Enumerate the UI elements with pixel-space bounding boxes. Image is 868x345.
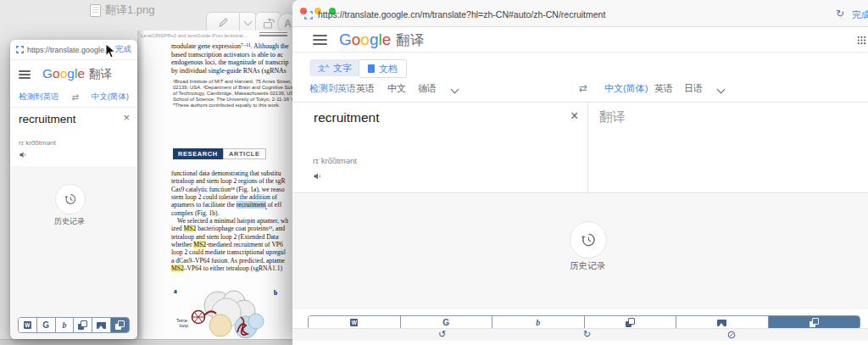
url-bar[interactable]: https://translate.google.cn/m/transl xyxy=(27,46,112,54)
badge-research: RESEARCH xyxy=(173,148,223,159)
badge-article: ARTICLE xyxy=(223,148,266,159)
source-lang-option[interactable]: 德语 xyxy=(418,80,437,97)
translate-selected-button[interactable] xyxy=(110,318,129,332)
expand-icon[interactable] xyxy=(16,46,24,53)
pdf-text-line: based transcription activators is able t… xyxy=(171,51,289,59)
compass-icon[interactable] xyxy=(727,331,736,339)
image-icon xyxy=(97,322,106,329)
swap-languages-icon[interactable]: ⇄ xyxy=(71,92,78,102)
pdf-text-segment: recruitment xyxy=(236,201,266,209)
history-icon xyxy=(580,231,597,248)
source-text[interactable]: recruitment xyxy=(314,110,380,125)
done-button[interactable]: 完成 xyxy=(852,9,868,21)
source-lang-dropdown-icon[interactable] xyxy=(451,86,459,94)
refresh-icon[interactable]: ↻ xyxy=(836,8,844,19)
target-lang-selected[interactable]: 中文(简体) xyxy=(604,80,648,97)
popup-history-area: 历史记录 W G b xyxy=(10,166,137,339)
bing-button[interactable]: b xyxy=(492,316,584,329)
source-text[interactable]: recruitment xyxy=(19,113,76,125)
forward-icon[interactable]: ↻ xyxy=(583,329,591,341)
pdf-text-line: loop 2 could mediate transcriptional upr… xyxy=(171,248,288,256)
speaker-icon[interactable] xyxy=(19,150,28,159)
pdf-text-line: whether MS2-mediated recruitment of VP6 xyxy=(171,241,288,248)
back-icon[interactable]: ↺ xyxy=(438,329,446,341)
menu-icon[interactable] xyxy=(19,70,31,79)
tab-document[interactable]: 文档 xyxy=(359,59,407,78)
pdf-text-segment: –VP64 to either tetraloop (sgRNA1.1) xyxy=(184,264,282,272)
pdf-body-paragraph: functional data demonstrating that subst… xyxy=(171,170,288,272)
translate-page-button[interactable] xyxy=(73,318,92,332)
history-button[interactable] xyxy=(55,184,86,214)
browser-header: Google 翻译 xyxy=(292,27,868,53)
clear-input-icon[interactable]: × xyxy=(570,109,578,124)
translate-selected-button[interactable] xyxy=(768,316,860,329)
pdf-text-line: MS2–VP64 to either tetraloop (sgRNA1.1) xyxy=(171,264,288,272)
pdf-text-line: modulate gene expression⁷⁻¹¹. Although t… xyxy=(171,42,289,51)
chevron-down-icon xyxy=(244,17,253,25)
clear-input-icon[interactable]: × xyxy=(123,111,130,124)
google-button[interactable]: G xyxy=(36,318,55,332)
bing-icon: b xyxy=(536,319,540,327)
pdf-text-line: functional data demonstrating that subst… xyxy=(171,170,288,177)
pdf-text-line: complex (Fig. 1b). xyxy=(171,209,288,217)
logo-letter: o xyxy=(53,66,60,81)
pdf-page: LentiCRISPRv2 and lentiGuide-Puro lentiv… xyxy=(137,31,292,340)
menu-icon[interactable] xyxy=(313,35,327,45)
pdf-text-line: tetraloop and stem loop 2 regions of the… xyxy=(171,177,288,185)
tabs-row: 文A 文字 文档 xyxy=(292,52,868,81)
url-bar[interactable]: https://translate.google.cn/m/translate?… xyxy=(318,9,826,19)
target-lang-option[interactable]: 日语 xyxy=(684,80,703,97)
document-proxy-icon xyxy=(90,4,101,17)
target-lang-dropdown-icon[interactable] xyxy=(717,86,726,94)
pdf-text-line: ized MS2 bacteriophage coat proteins¹³, … xyxy=(171,225,288,232)
tab-label: 文字 xyxy=(333,62,352,75)
bing-button[interactable]: b xyxy=(55,318,74,332)
popup-url-row: https://translate.google.cn/m/transl 完成 xyxy=(10,40,137,60)
google-button[interactable]: G xyxy=(400,316,492,329)
figure-label-a: a xyxy=(174,287,177,295)
selected-word-recruitment: recruitment xyxy=(236,201,266,209)
history-label: 历史记录 xyxy=(545,260,630,272)
mouse-cursor xyxy=(105,43,116,58)
source-lang-option[interactable]: 中文 xyxy=(387,80,406,97)
translate-page-button[interactable] xyxy=(584,316,676,329)
translate-browser-window: https://translate.google.cn/m/translate?… xyxy=(292,0,868,345)
search-hit-ms2: MS2 xyxy=(184,225,197,232)
google-translate-logo[interactable]: Google 翻译 xyxy=(42,66,112,82)
document-icon xyxy=(368,64,375,73)
window-title: 翻译1.png xyxy=(105,3,155,18)
masthead-fragment xyxy=(259,32,287,38)
pdf-footnote: ¹Broad Institute of MIT and Harvard, 75 … xyxy=(173,79,292,109)
browser-chrome: https://translate.google.cn/m/translate?… xyxy=(292,0,868,27)
speaker-icon[interactable] xyxy=(313,171,323,181)
swap-languages-icon[interactable]: ⇄ xyxy=(579,80,587,97)
bing-icon: b xyxy=(63,321,67,330)
apps-grid-icon[interactable] xyxy=(857,36,866,45)
wikipedia-button[interactable]: W xyxy=(19,318,36,332)
source-lang-option[interactable]: 英语 xyxy=(356,80,375,97)
annotate-label: A xyxy=(284,18,292,30)
image-search-button[interactable] xyxy=(92,318,110,332)
target-lang-option[interactable]: 英语 xyxy=(654,80,673,97)
pdf-text-line: a dCas9–VP64 fusion. As predicted, aptam… xyxy=(171,257,288,264)
source-text-area[interactable]: recruitment × rɪˈkro͞otmənt xyxy=(292,102,587,192)
done-button[interactable]: 完成 xyxy=(115,44,131,55)
pdf-text-line: of Technology, Cambridge, Massachusetts … xyxy=(173,91,292,97)
google-icon: G xyxy=(442,319,449,327)
history-button[interactable] xyxy=(570,221,607,259)
preview-title: 翻译1.png xyxy=(90,3,155,18)
google-translate-logo[interactable]: Google 翻译 xyxy=(339,31,424,50)
popup-source-text-area[interactable]: recruitment × rɪˈkro͞otmənt xyxy=(10,108,137,168)
pdf-text-line: aptamers to facilitate the recruitment o… xyxy=(171,201,288,209)
source-lang-detected[interactable]: 检测到英语 xyxy=(19,92,59,103)
source-lang-detected[interactable]: 检测到英语 xyxy=(309,80,356,97)
pdf-text-line: by individual single-guide RNAs (sgRNAs xyxy=(171,67,289,75)
expand-icon[interactable] xyxy=(304,11,313,19)
tab-text[interactable]: 文A 文字 xyxy=(309,59,360,76)
pdf-text-segment: ized xyxy=(171,225,184,232)
translate-pages-icon xyxy=(78,320,87,330)
target-lang-selected[interactable]: 中文(简体) xyxy=(92,92,129,103)
wikipedia-button[interactable]: W xyxy=(309,316,400,329)
popup-header: Google 翻译 xyxy=(10,60,137,87)
image-search-button[interactable] xyxy=(676,316,768,329)
